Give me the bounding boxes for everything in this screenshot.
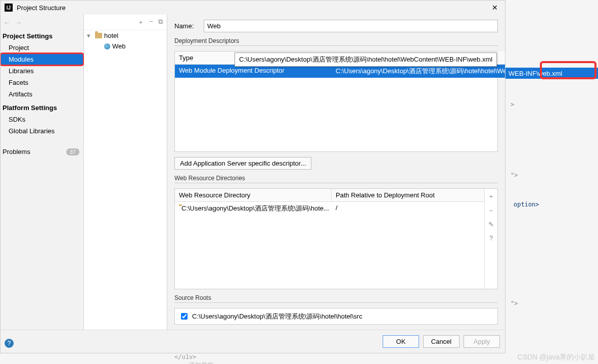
add-icon[interactable]: ＋ — [137, 18, 144, 27]
nav-section-platform: Platform Settings — [1, 100, 83, 114]
folder-icon — [95, 33, 102, 38]
col-path-rel[interactable]: Path Relative to Deployment Root — [332, 189, 484, 201]
web-resource-row[interactable]: C:\Users\agony\Desktop\酒店管理系统\源码\hote...… — [175, 202, 484, 215]
ok-button[interactable]: OK — [383, 335, 419, 348]
remove-icon[interactable]: − — [149, 18, 153, 27]
nav-global-libraries[interactable]: Global Libraries — [1, 125, 83, 137]
problems-count-badge: 37 — [66, 148, 79, 155]
web-resource-label: Web Resource Directories — [174, 175, 498, 183]
nav-problems[interactable]: Problems 37 — [1, 145, 83, 158]
expand-icon[interactable]: ▾ — [87, 32, 93, 39]
watermark: CSDN @java界的小趴菜 — [518, 353, 595, 362]
nav-back-icon[interactable]: ← — [4, 19, 10, 26]
tree-node-label: Web — [112, 42, 126, 50]
bg-code: </u1v> — [174, 353, 196, 360]
apply-button[interactable]: Apply — [464, 335, 500, 348]
nav-artifacts[interactable]: Artifacts — [1, 88, 83, 100]
nav-facets[interactable]: Facets — [1, 77, 83, 88]
cancel-button[interactable]: Cancel — [423, 335, 459, 348]
source-root-row[interactable]: C:\Users\agony\Desktop\酒店管理系统\源码\hotel\h… — [174, 308, 498, 325]
deploy-descriptors-label: Deployment Descriptors — [174, 37, 498, 46]
module-tree-panel: ＋ − ⧉ ▾ hotel Web — [84, 15, 167, 330]
bg-code: option> — [514, 201, 539, 208]
source-root-path: C:\Users\agony\Desktop\酒店管理系统\源码\hotel\h… — [192, 312, 362, 321]
close-icon[interactable]: ✕ — [489, 3, 501, 13]
col-wrd[interactable]: Web Resource Directory — [175, 189, 332, 201]
tree-node-hotel[interactable]: ▾ hotel — [84, 30, 167, 41]
copy-icon[interactable]: ⧉ — [158, 18, 163, 27]
dialog-buttons: OK Cancel Apply — [1, 330, 505, 353]
nav-sdks[interactable]: SDKs — [1, 114, 83, 125]
project-structure-dialog: IJ Project Structure ✕ ← → Project Setti… — [0, 0, 505, 353]
help-row-icon[interactable]: ? — [489, 234, 493, 242]
bg-code: > — [511, 101, 514, 108]
app-logo-icon: IJ — [5, 4, 13, 12]
name-input[interactable] — [204, 20, 498, 32]
dialog-title: Project Structure — [17, 4, 489, 12]
add-server-descriptor-button[interactable]: Add Application Server specific descript… — [174, 157, 311, 170]
tree-node-web[interactable]: Web — [84, 41, 167, 51]
cell-path-rel: / — [332, 202, 484, 215]
source-roots-label: Source Roots — [174, 294, 498, 303]
bg-code: "> — [511, 172, 518, 179]
facet-editor: Name: Deployment Descriptors Type Web Mo… — [167, 15, 505, 330]
nav-modules[interactable]: Modules — [1, 54, 83, 65]
web-resource-table: Web Resource Directory Path Relative to … — [174, 188, 498, 289]
source-root-checkbox[interactable] — [181, 313, 188, 320]
remove-row-icon[interactable]: − — [489, 207, 493, 215]
nav-libraries[interactable]: Libraries — [1, 65, 83, 77]
bg-code: 添加弹框 — [188, 361, 212, 364]
nav-problems-label: Problems — [3, 148, 30, 155]
path-tooltip: C:\Users\agony\Desktop\酒店管理系统\源码\hotel\h… — [235, 53, 497, 67]
name-label: Name: — [174, 22, 200, 30]
nav-section-project: Project Settings — [1, 28, 83, 42]
bg-code: "> — [511, 300, 518, 307]
tree-node-label: hotel — [104, 32, 118, 39]
left-nav: ← → Project Settings Project Modules Lib… — [1, 15, 84, 330]
selected-row-overflow: WEB-INF\web.xml — [505, 68, 598, 79]
nav-forward-icon[interactable]: → — [15, 19, 22, 26]
edit-row-icon[interactable]: ✎ — [488, 221, 494, 228]
titlebar: IJ Project Structure ✕ — [1, 1, 505, 15]
add-row-icon[interactable]: ＋ — [488, 192, 494, 201]
deploy-descriptors-table: Type Web Module Deployment Descriptor C:… — [174, 51, 498, 152]
help-icon[interactable]: ? — [5, 339, 14, 348]
nav-project[interactable]: Project — [1, 42, 83, 54]
cell-dir: C:\Users\agony\Desktop\酒店管理系统\源码\hote... — [181, 204, 329, 213]
web-icon — [104, 43, 110, 49]
